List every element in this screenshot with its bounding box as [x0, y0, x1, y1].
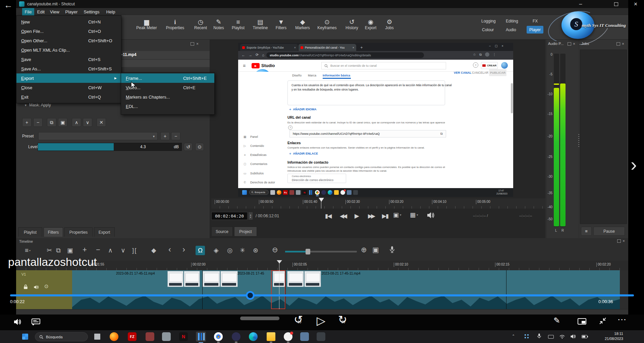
cut-button[interactable]: ✂ — [47, 247, 52, 254]
selected-clip-outline[interactable] — [271, 270, 285, 309]
copy-filter-button[interactable]: ⧉ — [47, 118, 56, 127]
level-slider[interactable]: 4.3 dB — [38, 143, 182, 151]
scrub-button[interactable]: ◈ — [214, 247, 219, 254]
menu-player[interactable]: Player — [63, 8, 80, 15]
timeline-menu-button[interactable]: ≡▾ — [25, 247, 31, 254]
grid-button[interactable]: ▦▾ — [410, 211, 418, 219]
preset-dropdown[interactable]: ▾ — [38, 132, 158, 140]
menu-item-new[interactable]: NewCtrl+N — [16, 17, 121, 26]
minimize-button[interactable]: – — [576, 0, 586, 8]
next-video-chevron[interactable]: › — [631, 154, 637, 175]
layout-colour[interactable]: Colour — [482, 27, 494, 32]
copy-button[interactable]: ⧉ — [56, 247, 61, 254]
tab-project[interactable]: Project — [234, 227, 257, 236]
overlay-subtitles-button[interactable] — [32, 319, 40, 324]
skip-forward-30-button[interactable]: ↻ 30 — [338, 315, 350, 328]
taskbar-recorder[interactable] — [317, 332, 325, 341]
skip-end-button[interactable]: ▶▮ — [378, 211, 392, 221]
taskbar-clock-app[interactable] — [284, 332, 292, 341]
close-panel-icon[interactable]: × — [623, 239, 625, 243]
ripple-all-button[interactable]: ✳ — [240, 247, 245, 254]
tray-widgets-icon[interactable] — [525, 334, 526, 336]
menu-item-close[interactable]: CloseCtrl+W — [16, 83, 121, 92]
prev-marker-button[interactable]: ‹ — [168, 246, 171, 253]
timeline-zoom-in-button[interactable]: ⊕ — [361, 246, 367, 253]
float-panel-icon[interactable] — [568, 42, 571, 46]
player-playhead[interactable] — [319, 198, 324, 202]
exit-fullscreen-button[interactable] — [599, 317, 606, 326]
preset-save-button[interactable]: + — [160, 132, 170, 140]
submenu-item-markers-chapters[interactable]: Markers as Chapters... — [121, 92, 214, 102]
ripple-button[interactable]: ◎ — [227, 247, 233, 254]
split-button[interactable]: ][ — [132, 247, 137, 254]
timecode-spinner[interactable]: ▲ ▼ — [248, 212, 253, 220]
menu-item-save-as[interactable]: Save As...Ctrl+Shift+S — [16, 64, 121, 73]
move-filter-down-button[interactable]: ∨ — [83, 118, 92, 127]
taskbar-file-explorer[interactable] — [267, 332, 275, 341]
layout-player[interactable]: Player — [527, 26, 543, 34]
fast-forward-button[interactable]: ▶▶ — [364, 211, 378, 221]
ripple-markers-button[interactable]: ⊛ — [253, 247, 258, 254]
tab-properties[interactable]: Properties — [64, 227, 93, 237]
taskbar-edge[interactable] — [249, 332, 258, 341]
taskbar-chat[interactable] — [146, 332, 154, 341]
timeline-zoom-slider[interactable] — [285, 251, 357, 252]
toolbar-markers[interactable]: ◆Markers — [289, 19, 316, 30]
player-ruler[interactable]: 00:00:00 00:00:50 00:01:40 00:02:30 00:0… — [211, 198, 545, 209]
overwrite-button[interactable]: ∨ — [121, 247, 125, 254]
menu-help[interactable]: Help — [103, 8, 118, 15]
menu-file[interactable]: File — [22, 8, 34, 15]
menu-item-exit[interactable]: ExitCtrl+Q — [16, 92, 121, 102]
taskbar-keepass[interactable] — [232, 332, 240, 341]
zoom-slider-handle[interactable] — [306, 249, 310, 254]
skip-start-button[interactable]: ▮◀ — [321, 211, 335, 221]
close-button[interactable]: × — [630, 0, 641, 8]
layout-audio[interactable]: Audio — [506, 27, 516, 32]
annotate-button[interactable]: ✎ — [553, 316, 560, 325]
filter-mask-row[interactable]: ▾ Mask: Apply — [25, 103, 51, 107]
tray-keyboard-icon[interactable] — [548, 335, 554, 339]
menu-item-open-mlt[interactable]: Open MLT XML As Clip... — [16, 45, 121, 55]
taskbar-search[interactable]: Búsqueda — [35, 332, 88, 341]
submenu-item-edl[interactable]: EDL... — [121, 102, 214, 111]
level-keyframes-button[interactable]: ⊙ — [195, 143, 204, 151]
toolbar-properties[interactable]: iProperties — [162, 19, 189, 30]
add-filter-button[interactable]: + — [22, 118, 32, 127]
taskbar-shotcut-active[interactable] — [196, 332, 206, 342]
taskbar-filezilla[interactable]: FZ — [128, 332, 137, 341]
timeline-zoom-fit-button[interactable]: ▣ — [372, 246, 379, 253]
overlay-progress-bar[interactable] — [10, 294, 634, 296]
menu-settings[interactable]: Settings — [81, 8, 102, 15]
overlay-volume-button[interactable] — [13, 318, 21, 327]
toolbar-keyframes[interactable]: ⊙Keyframes — [314, 19, 340, 30]
play-button[interactable]: ▶ — [351, 211, 363, 221]
loop-range-button[interactable]: ▣▾ — [393, 211, 401, 219]
back-button[interactable]: ← — [4, 0, 13, 10]
close-panel-icon[interactable]: × — [196, 42, 199, 46]
menu-item-export[interactable]: Export▶ — [16, 73, 121, 83]
record-audio-button[interactable] — [390, 246, 394, 254]
tray-battery-icon[interactable] — [582, 335, 587, 338]
paste-filter-button[interactable]: ▣ — [58, 118, 67, 127]
skip-back-10-button[interactable]: ↺ 10 — [294, 315, 306, 328]
timeline-zoom-out-button[interactable]: ⊖ — [272, 246, 278, 253]
pip-button[interactable] — [578, 318, 586, 325]
menu-view[interactable]: View — [48, 8, 62, 15]
timeline-playhead[interactable] — [277, 260, 282, 264]
timecode-box[interactable]: 00:02:04:20 — [211, 212, 248, 220]
overlay-progress-knob[interactable] — [246, 291, 255, 300]
timeline-ruler[interactable]: 00:01:55 00:02:00 00:02:05 00:02:10 00:0… — [16, 261, 628, 270]
layout-fx[interactable]: FX — [533, 19, 538, 23]
menu-item-open-file[interactable]: Open File...Ctrl+O — [16, 26, 121, 36]
tab-playlist[interactable]: Playlist — [18, 227, 42, 237]
track-mute-icon[interactable] — [34, 285, 39, 291]
close-panel-icon[interactable]: × — [622, 42, 624, 46]
remove-filter-button[interactable]: − — [33, 118, 43, 127]
taskbar-firefox[interactable] — [110, 332, 118, 341]
lift-button[interactable]: ∧ — [108, 247, 113, 254]
float-panel-icon[interactable] — [616, 42, 620, 46]
maximize-button[interactable] — [611, 0, 621, 8]
menu-edit[interactable]: Edit — [35, 8, 47, 15]
start-button[interactable] — [22, 334, 28, 340]
tray-chevron-icon[interactable]: ⌃ — [512, 334, 515, 338]
